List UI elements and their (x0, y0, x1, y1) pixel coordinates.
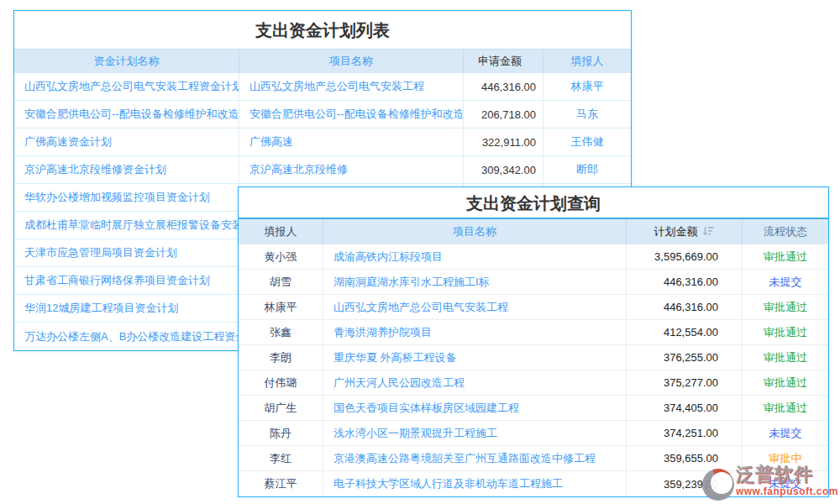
table-row[interactable]: 山西弘文房地产总公司电气安装工程资金计划 山西弘文房地产总公司电气安装工程 44… (14, 73, 631, 101)
table-row[interactable]: 陈丹 浅水湾小区一期景观提升工程施工 374,251.00 未提交 (239, 421, 828, 446)
table-row[interactable]: 广佛高速资金计划 广佛高速 322,911.00 王伟健 (14, 129, 631, 156)
expenditure-plan-query-panel: 支出资金计划查询 填报人 项目名称 计划金额 流程状态 黄小强 成渝高铁内江标段… (238, 186, 829, 497)
status-badge: 审批通过 (743, 295, 828, 319)
back-table-header: 资金计划名称 项目名称 申请金额 填报人 (14, 50, 631, 73)
fanpu-logo-icon (702, 469, 734, 501)
front-table-body: 黄小强 成渝高铁内江标段项目 3,595,669.00 审批通过 胡雪 湖南洞庭… (239, 244, 828, 496)
plan-name-cell[interactable]: 甘肃省工商银行网络保养项目资金计划 (14, 267, 239, 294)
table-row[interactable]: 林康平 山西弘文房地产总公司电气安装工程 446,316.00 审批通过 (239, 295, 828, 320)
project-name-cell[interactable]: 国色天香项目实体样板房区域园建工程 (323, 396, 627, 420)
watermark-text: 泛普软件 www.fanpusoft.com (736, 464, 838, 497)
amount-cell: 412,554.00 (627, 320, 743, 344)
col-header-workflow-status: 流程状态 (743, 219, 828, 244)
table-row[interactable]: 安徽合肥供电公司--配电设备检修维护和改造... 安徽合肥供电公司--配电设备检… (14, 101, 631, 129)
col-header-plan-name: 资金计划名称 (14, 50, 239, 73)
filler-cell: 胡雪 (239, 270, 323, 294)
filler-cell: 蔡江平 (239, 471, 323, 496)
project-name-cell[interactable]: 成渝高铁内江标段项目 (323, 244, 627, 269)
project-name-cell[interactable]: 电子科技大学区域人行道及非机动车道工程施工 (323, 471, 627, 496)
filler-cell: 李朗 (239, 345, 323, 370)
col-header-filler: 填报人 (239, 219, 323, 244)
sort-amount-icon[interactable] (703, 226, 715, 239)
col-header-filler: 填报人 (543, 50, 631, 73)
plan-name-cell[interactable]: 天津市应急管理局项目资金计划 (14, 239, 239, 266)
col-header-project-name: 项目名称 (323, 219, 627, 244)
table-row[interactable]: 胡雪 湖南洞庭湖水库引水工程施工I标 446,316.00 未提交 (239, 270, 828, 295)
amount-cell: 375,277.00 (627, 370, 743, 395)
filler-cell: 张鑫 (239, 320, 323, 344)
status-badge: 未提交 (743, 421, 828, 445)
filler-cell[interactable]: 断郎 (543, 156, 631, 183)
plan-name-cell[interactable]: 京沪高速北京段维修资金计划 (14, 156, 239, 183)
amount-cell: 446,316.00 (464, 73, 543, 100)
status-badge: 审批通过 (743, 320, 828, 344)
plan-name-cell[interactable]: 广佛高速资金计划 (14, 129, 239, 155)
filler-cell: 陈丹 (239, 421, 323, 445)
project-name-cell[interactable]: 重庆华夏 外高桥工程设备 (323, 345, 627, 370)
status-badge: 审批通过 (743, 345, 828, 370)
table-row[interactable]: 李朗 重庆华夏 外高桥工程设备 376,255.00 审批通过 (239, 345, 828, 370)
project-name-cell[interactable]: 京港澳高速公路粤境韶关至广州互通路面改造中修工程 (323, 446, 627, 470)
project-name-cell[interactable]: 浅水湾小区一期景观提升工程施工 (323, 421, 627, 445)
filler-cell: 李红 (239, 446, 323, 470)
front-panel-title: 支出资金计划查询 (239, 187, 828, 219)
vendor-watermark: 泛普软件 www.fanpusoft.com (702, 464, 838, 501)
project-name-cell[interactable]: 山西弘文房地产总公司电气安装工程 (239, 73, 464, 100)
amount-cell: 446,316.00 (627, 295, 743, 319)
table-row[interactable]: 付伟璐 广州天河人民公园改造工程 375,277.00 审批通过 (239, 370, 828, 396)
col-header-planned-amount[interactable]: 计划金额 (627, 219, 743, 244)
plan-name-cell[interactable]: 成都杜甫草堂临时展厅独立展柜报警设备安装... (14, 212, 239, 239)
project-name-cell[interactable]: 广佛高速 (239, 129, 464, 155)
front-table-header: 填报人 项目名称 计划金额 流程状态 (239, 219, 828, 244)
amount-cell: 3,595,669.00 (627, 244, 743, 269)
watermark-brand: 泛普软件 (736, 464, 838, 486)
plan-name-cell[interactable]: 华润12城房建工程项目资金计划 (14, 295, 239, 322)
planned-amount-label: 计划金额 (654, 224, 698, 239)
amount-cell: 309,342.00 (464, 156, 543, 183)
filler-cell: 黄小强 (239, 244, 323, 269)
filler-cell[interactable]: 王伟健 (543, 129, 631, 155)
filler-cell[interactable]: 马东 (543, 101, 631, 128)
project-name-cell[interactable]: 京沪高速北京段维修 (239, 156, 464, 183)
status-badge: 未提交 (743, 270, 828, 294)
filler-cell: 林康平 (239, 295, 323, 319)
project-name-cell[interactable]: 山西弘文房地产总公司电气安装工程 (323, 295, 627, 319)
col-header-request-amount: 申请金额 (464, 50, 543, 73)
status-badge: 审批通过 (743, 244, 828, 269)
amount-cell: 206,718.00 (464, 101, 543, 128)
table-row[interactable]: 张鑫 青海洪湖养护院项目 412,554.00 审批通过 (239, 320, 828, 345)
plan-name-cell[interactable]: 万达办公楼左侧A、B办公楼改造建设工程资金... (14, 323, 239, 350)
amount-cell: 322,911.00 (464, 129, 543, 155)
filler-cell[interactable]: 林康平 (543, 73, 631, 100)
filler-cell: 付伟璐 (239, 370, 323, 395)
plan-name-cell[interactable]: 华软办公楼增加视频监控项目资金计划 (14, 184, 239, 211)
col-header-project-name: 项目名称 (239, 50, 464, 73)
amount-cell: 376,255.00 (627, 345, 743, 370)
project-name-cell[interactable]: 青海洪湖养护院项目 (323, 320, 627, 344)
watermark-url: www.fanpusoft.com (736, 486, 838, 497)
table-row[interactable]: 黄小强 成渝高铁内江标段项目 3,595,669.00 审批通过 (239, 244, 828, 270)
amount-cell: 446,316.00 (627, 270, 743, 294)
project-name-cell[interactable]: 广州天河人民公园改造工程 (323, 370, 627, 395)
table-row[interactable]: 京沪高速北京段维修资金计划 京沪高速北京段维修 309,342.00 断郎 (14, 156, 631, 184)
project-name-cell[interactable]: 安徽合肥供电公司--配电设备检修维护和改造 (239, 101, 464, 128)
amount-cell: 374,251.00 (627, 421, 743, 445)
filler-cell: 胡广生 (239, 396, 323, 420)
amount-cell: 374,405.00 (627, 396, 743, 420)
back-panel-title: 支出资金计划列表 (14, 11, 631, 50)
status-badge: 审批通过 (743, 370, 828, 395)
project-name-cell[interactable]: 湖南洞庭湖水库引水工程施工I标 (323, 270, 627, 294)
status-badge: 审批通过 (743, 396, 828, 420)
plan-name-cell[interactable]: 安徽合肥供电公司--配电设备检修维护和改造... (14, 101, 239, 128)
table-row[interactable]: 胡广生 国色天香项目实体样板房区域园建工程 374,405.00 审批通过 (239, 396, 828, 421)
plan-name-cell[interactable]: 山西弘文房地产总公司电气安装工程资金计划 (14, 73, 239, 100)
